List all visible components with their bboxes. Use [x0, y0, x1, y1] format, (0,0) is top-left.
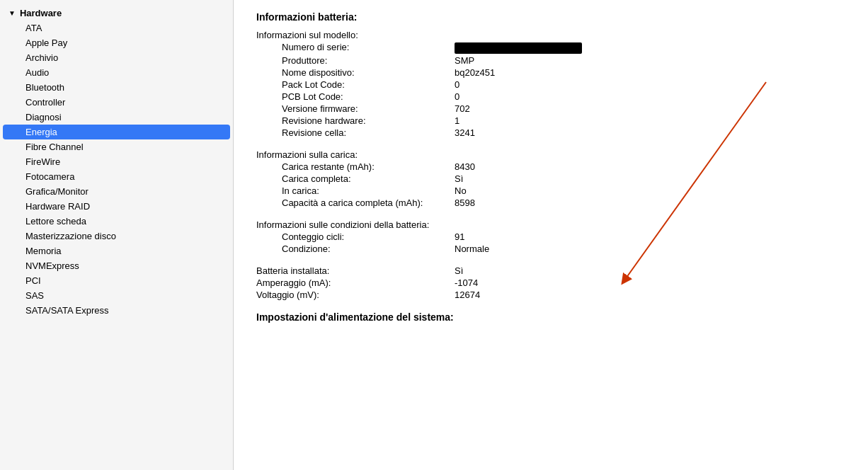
sidebar-item-memoria[interactable]: Memoria	[0, 243, 233, 258]
sidebar-item-lettore-scheda[interactable]: Lettore scheda	[0, 214, 233, 229]
sidebar-items: ATAApple PayArchivioAudioBluetoothContro…	[0, 21, 233, 318]
model-info-label: Informazioni sul modello:	[256, 30, 845, 40]
full-charge-value: Sì	[455, 173, 845, 184]
battery-summary-block: Batteria installata: Sì Amperaggio (mA):…	[256, 265, 845, 300]
amperage-row: Amperaggio (mA): -1074	[256, 277, 845, 288]
manufacturer-row: Produttore: SMP	[256, 55, 845, 66]
hardware-rev-label: Revisione hardware:	[256, 115, 455, 126]
sidebar-item-apple-pay[interactable]: Apple Pay	[0, 35, 233, 50]
charge-info-label: Informazioni sulla carica:	[256, 149, 845, 160]
redacted-value	[455, 42, 582, 54]
expand-triangle-icon: ▼	[8, 9, 16, 17]
amperage-value: -1074	[455, 277, 845, 288]
sidebar: ▼ Hardware ATAApple PayArchivioAudioBlue…	[0, 0, 234, 470]
model-info-block: Informazioni sul modello: Numero di seri…	[256, 30, 845, 138]
voltage-row: Voltaggio (mV): 12674	[256, 290, 845, 300]
condition-label: Condizione:	[256, 243, 455, 254]
pcb-lot-label: PCB Lot Code:	[256, 91, 455, 102]
cycle-count-value: 91	[455, 231, 845, 242]
sidebar-item-ata[interactable]: ATA	[0, 21, 233, 35]
cell-rev-value: 3241	[455, 127, 845, 138]
charging-row: In carica: No	[256, 185, 845, 196]
sidebar-item-sata-express[interactable]: SATA/SATA Express	[0, 303, 233, 318]
full-charge-label: Carica completa:	[256, 173, 455, 184]
sidebar-item-audio[interactable]: Audio	[0, 65, 233, 80]
pcb-lot-row: PCB Lot Code: 0	[256, 91, 845, 102]
sidebar-item-nvmexpress[interactable]: NVMExpress	[0, 258, 233, 273]
hardware-rev-row: Revisione hardware: 1	[256, 115, 845, 126]
sidebar-item-pci[interactable]: PCI	[0, 273, 233, 288]
charging-value: No	[455, 185, 845, 196]
full-charge-row: Carica completa: Sì	[256, 173, 845, 184]
cycle-count-label: Conteggio cicli:	[256, 231, 455, 242]
sidebar-item-energia[interactable]: Energia	[3, 125, 230, 139]
battery-title: Informazioni batteria:	[256, 11, 845, 23]
device-name-value: bq20z451	[455, 67, 845, 78]
pack-lot-value: 0	[455, 79, 845, 90]
charge-info-block: Informazioni sulla carica: Carica restan…	[256, 149, 845, 208]
serial-number-row: Numero di serie:	[256, 42, 845, 54]
sidebar-item-masterizzazione-disco[interactable]: Masterizzazione disco	[0, 229, 233, 243]
condition-info-label: Informazioni sulle condizioni della batt…	[256, 219, 845, 230]
remaining-charge-row: Carica restante (mAh): 8430	[256, 161, 845, 172]
manufacturer-label: Produttore:	[256, 55, 455, 66]
voltage-value: 12674	[455, 290, 845, 300]
firmware-row: Versione firmware: 702	[256, 103, 845, 114]
battery-installed-label: Batteria installata:	[256, 265, 455, 276]
main-content: Informazioni batteria: Informazioni sul …	[234, 0, 868, 470]
sidebar-item-archivio[interactable]: Archivio	[0, 50, 233, 65]
condition-value: Normale	[455, 243, 845, 254]
sidebar-item-firewire[interactable]: FireWire	[0, 154, 233, 169]
charging-label: In carica:	[256, 185, 455, 196]
full-capacity-label: Capacità a carica completa (mAh):	[256, 197, 455, 208]
sidebar-item-bluetooth[interactable]: Bluetooth	[0, 80, 233, 95]
manufacturer-value: SMP	[455, 55, 845, 66]
cell-rev-row: Revisione cella: 3241	[256, 127, 845, 138]
pack-lot-row: Pack Lot Code: 0	[256, 79, 845, 90]
sidebar-item-hardware-raid[interactable]: Hardware RAID	[0, 199, 233, 214]
full-capacity-row: Capacità a carica completa (mAh): 8598	[256, 197, 845, 208]
firmware-label: Versione firmware:	[256, 103, 455, 114]
power-settings-title: Impostazioni d'alimentazione del sistema…	[256, 311, 845, 323]
cycle-count-row: Conteggio cicli: 91	[256, 231, 845, 242]
pcb-lot-value: 0	[455, 91, 845, 102]
sidebar-section-label: Hardware	[20, 8, 62, 18]
hardware-rev-value: 1	[455, 115, 845, 126]
pack-lot-label: Pack Lot Code:	[256, 79, 455, 90]
condition-info-block: Informazioni sulle condizioni della batt…	[256, 219, 845, 254]
battery-installed-row: Batteria installata: Sì	[256, 265, 845, 276]
amperage-label: Amperaggio (mA):	[256, 277, 455, 288]
serial-number-value	[455, 42, 845, 54]
sidebar-item-controller[interactable]: Controller	[0, 95, 233, 110]
cell-rev-label: Revisione cella:	[256, 127, 455, 138]
sidebar-item-fibre-channel[interactable]: Fibre Channel	[0, 139, 233, 154]
sidebar-item-sas[interactable]: SAS	[0, 288, 233, 303]
sidebar-item-grafica-monitor[interactable]: Grafica/Monitor	[0, 184, 233, 199]
sidebar-item-fotocamera[interactable]: Fotocamera	[0, 169, 233, 184]
condition-row: Condizione: Normale	[256, 243, 845, 254]
annotation-container: Informazioni batteria: Informazioni sul …	[256, 11, 845, 323]
device-name-label: Nome dispositivo:	[256, 67, 455, 78]
sidebar-section-hardware[interactable]: ▼ Hardware	[0, 6, 233, 21]
remaining-charge-label: Carica restante (mAh):	[256, 161, 455, 172]
device-name-row: Nome dispositivo: bq20z451	[256, 67, 845, 78]
serial-number-label: Numero di serie:	[256, 42, 455, 52]
battery-installed-value: Sì	[455, 265, 845, 276]
voltage-label: Voltaggio (mV):	[256, 290, 455, 300]
full-capacity-value: 8598	[455, 197, 845, 208]
firmware-value: 702	[455, 103, 845, 114]
sidebar-item-diagnosi[interactable]: Diagnosi	[0, 110, 233, 125]
remaining-charge-value: 8430	[455, 161, 845, 172]
